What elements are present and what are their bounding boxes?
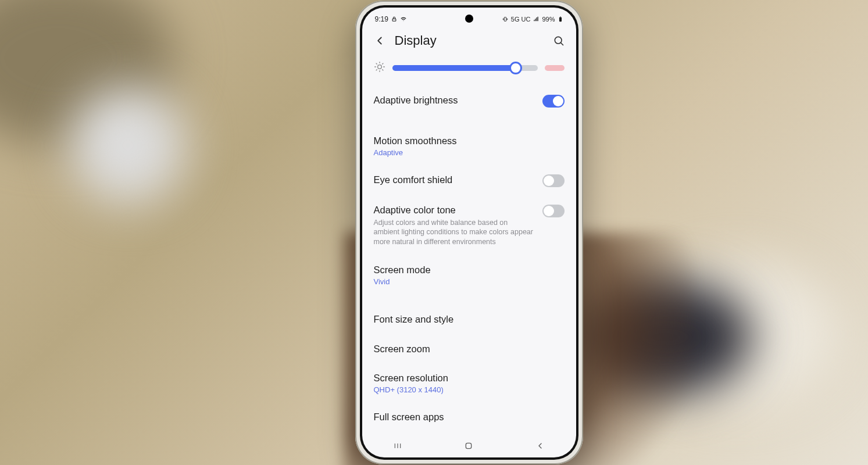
signal-icon xyxy=(533,16,540,22)
extra-brightness-segment[interactable] xyxy=(545,65,565,71)
setting-value: QHD+ (3120 x 1440) xyxy=(374,385,565,394)
setting-title: Adaptive color tone xyxy=(374,203,535,216)
nav-home-button[interactable] xyxy=(451,441,486,450)
toggle-eye-comfort-shield[interactable] xyxy=(542,174,565,187)
search-button[interactable] xyxy=(552,34,566,48)
nav-recents-button[interactable] xyxy=(380,442,415,450)
setting-title: Adaptive brightness xyxy=(374,94,535,106)
page-title: Display xyxy=(395,33,544,48)
brightness-row xyxy=(374,56,565,85)
setting-value: Vivid xyxy=(374,277,565,286)
svg-rect-3 xyxy=(560,16,561,17)
setting-font-size-style[interactable]: Font size and style xyxy=(374,305,565,334)
status-battery-percent: 99% xyxy=(542,16,555,23)
status-network: 5G UC xyxy=(511,16,531,23)
setting-full-screen-apps[interactable]: Full screen apps xyxy=(374,402,565,431)
nav-back-button[interactable] xyxy=(523,441,558,450)
setting-description: Adjust colors and white balance based on… xyxy=(374,218,535,248)
status-time: 9:19 xyxy=(375,15,388,23)
setting-title: Screen mode xyxy=(374,263,565,276)
wifi-icon xyxy=(400,16,407,22)
setting-adaptive-brightness[interactable]: Adaptive brightness xyxy=(374,85,565,116)
search-icon xyxy=(553,35,565,46)
settings-list[interactable]: Adaptive brightness Motion smoothness Ad… xyxy=(362,56,576,434)
setting-screen-mode[interactable]: Screen mode Vivid xyxy=(374,255,565,294)
back-button[interactable] xyxy=(373,34,387,48)
vibrate-icon xyxy=(502,16,509,22)
brightness-slider-thumb[interactable] xyxy=(509,62,522,74)
svg-line-10 xyxy=(382,70,383,70)
svg-rect-0 xyxy=(392,19,396,22)
setting-adaptive-color-tone[interactable]: Adaptive color tone Adjust colors and wh… xyxy=(374,195,565,255)
page-header: Display xyxy=(362,27,576,56)
setting-title: Eye comfort shield xyxy=(374,173,535,186)
svg-rect-1 xyxy=(504,17,506,22)
home-icon xyxy=(464,441,473,450)
recents-icon xyxy=(392,442,403,450)
lock-icon xyxy=(391,16,397,22)
svg-line-13 xyxy=(376,70,377,70)
setting-title: Screen resolution xyxy=(374,371,565,384)
chevron-left-icon xyxy=(373,34,386,47)
toggle-adaptive-brightness[interactable] xyxy=(542,95,565,108)
svg-line-9 xyxy=(376,63,377,64)
svg-line-14 xyxy=(382,63,383,64)
navigation-bar xyxy=(362,434,576,457)
camera-hole xyxy=(465,15,473,23)
setting-value: Adaptive xyxy=(374,148,565,157)
back-icon xyxy=(535,441,545,450)
setting-title: Screen zoom xyxy=(374,342,565,355)
setting-title: Motion smoothness xyxy=(374,134,565,147)
setting-screen-zoom[interactable]: Screen zoom xyxy=(374,334,565,363)
svg-line-5 xyxy=(560,43,563,45)
setting-screen-resolution[interactable]: Screen resolution QHD+ (3120 x 1440) xyxy=(374,363,565,402)
brightness-slider[interactable] xyxy=(392,65,538,71)
setting-eye-comfort-shield[interactable]: Eye comfort shield xyxy=(374,165,565,195)
brightness-slider-fill xyxy=(392,65,516,71)
setting-title: Font size and style xyxy=(374,313,565,326)
phone-frame: 9:19 5G UC 99% xyxy=(355,1,583,464)
svg-point-6 xyxy=(377,65,381,69)
setting-motion-smoothness[interactable]: Motion smoothness Adaptive xyxy=(374,126,565,165)
svg-rect-2 xyxy=(559,17,561,22)
setting-title: Full screen apps xyxy=(374,410,565,423)
svg-rect-18 xyxy=(466,443,471,448)
toggle-adaptive-color-tone[interactable] xyxy=(542,205,565,217)
phone-screen: 9:19 5G UC 99% xyxy=(362,8,576,457)
brightness-icon xyxy=(374,61,385,75)
battery-icon xyxy=(558,15,563,23)
